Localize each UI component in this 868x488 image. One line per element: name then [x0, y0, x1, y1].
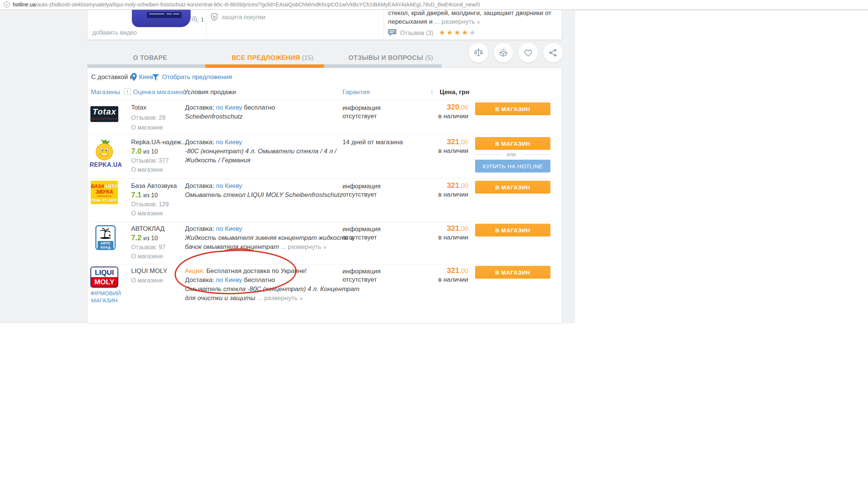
store-name[interactable]: Totax: [131, 104, 147, 111]
about-store-link[interactable]: О магазине: [131, 166, 163, 173]
price-block: 320,00 в наличии: [393, 103, 468, 120]
stock-status: в наличии: [393, 234, 468, 241]
to-shop-button[interactable]: В МАГАЗИН: [475, 137, 550, 150]
product-photo[interactable]: [132, 10, 191, 27]
url-host: hotline.ua: [13, 2, 36, 8]
bonus-box-button[interactable]: [494, 43, 513, 63]
store-reviews-count: Отзывов: 29: [131, 114, 165, 121]
price-integer: 321: [447, 266, 459, 274]
favorite-button[interactable]: [518, 43, 538, 63]
divider: [90, 178, 556, 179]
offer-product-title: Жидкость омывателя зимняя концентрат жид…: [185, 234, 354, 242]
price-block: 321,00 в наличии: [393, 266, 468, 284]
about-store-link[interactable]: О магазине: [131, 253, 163, 260]
divider: [524, 154, 550, 155]
stock-status: в наличии: [393, 191, 468, 198]
tab-reviews-count: (5): [425, 54, 433, 61]
offer-product-title-2: Жидкость / Германия: [185, 157, 251, 164]
photo-zoom-icon[interactable]: [191, 16, 199, 23]
divider: [90, 264, 556, 264]
delivery-city-link[interactable]: Киев: [139, 73, 153, 81]
store-logo-baza-avtozvuka[interactable]: БАЗААВТО ЗВУКА avtozvuk.ua Нам 15 лет!: [91, 181, 118, 204]
price-block: 321,00 в наличии: [393, 224, 468, 241]
tab-active-indicator: [205, 64, 324, 68]
page-info-icon[interactable]: i: [4, 2, 10, 8]
chevron-down-icon: ∨: [477, 19, 481, 25]
product-description-line1: стекол, край дверей, молдинги, защищает …: [388, 10, 559, 17]
about-store-link[interactable]: О магазине: [131, 277, 163, 284]
purchase-protection-label[interactable]: защита покупки: [222, 14, 265, 21]
star-rating: ★★★★★: [439, 28, 477, 37]
store-logo-liqui-moly[interactable]: LIQUI MOLY: [90, 267, 118, 288]
delivery-city-link[interactable]: по Киеву: [216, 139, 242, 146]
svg-text:h: h: [213, 15, 216, 19]
store-reviews-count: Отзывов: 97: [131, 244, 165, 251]
sort-arrow-icon[interactable]: ↓: [430, 88, 434, 96]
tab-all-offers[interactable]: ВСЕ ПРЕДЛОЖЕНИЯ (15): [232, 54, 313, 62]
price-integer: 321: [447, 224, 459, 232]
product-photo-label: [147, 12, 182, 18]
header-price[interactable]: Цена, грн: [440, 88, 469, 96]
store-logo-repka[interactable]: [93, 139, 116, 163]
delivery-city-link[interactable]: по Киеву: [216, 225, 242, 232]
store-name[interactable]: LIQUI MOLY: [131, 267, 167, 275]
share-button[interactable]: [543, 43, 563, 63]
location-pin-icon: [131, 73, 137, 81]
filter-funnel-icon: [152, 74, 159, 81]
divider: [90, 134, 556, 135]
warranty-info: информацияотсутствует: [342, 267, 381, 284]
chevron-down-icon: ∨: [323, 244, 327, 250]
tab-about-product[interactable]: О ТОВАРЕ: [133, 54, 167, 62]
star-icon: ★: [446, 29, 454, 37]
to-shop-button[interactable]: В МАГАЗИН: [475, 102, 550, 115]
scales-icon: [474, 48, 483, 58]
photo-count: 1: [201, 16, 204, 23]
ellipsis: ...: [434, 18, 440, 25]
address-url[interactable]: hotline.ua/auto-zhidkosti-stekloomyvatel…: [13, 2, 480, 8]
about-store-link[interactable]: О магазине: [131, 210, 163, 217]
add-video-link[interactable]: добавить видео: [92, 29, 137, 36]
divider: [90, 100, 556, 101]
browser-url-bar[interactable]: i hotline.ua/auto-zhidkosti-stekloomyvat…: [0, 0, 868, 10]
description-expand-link[interactable]: развернуть: [442, 18, 475, 25]
price-integer: 321: [447, 137, 459, 146]
price-decimal: ,00: [459, 139, 468, 146]
store-name[interactable]: База Автозвука: [131, 182, 177, 190]
header-store-rating[interactable]: Оценка магазина: [133, 88, 184, 96]
compare-button[interactable]: [469, 43, 488, 63]
divider: [384, 10, 384, 40]
select-offers-link[interactable]: Отобрать предложения: [162, 73, 232, 81]
offers-table-card: С доставкой в: Киев Отобрать предложения…: [87, 68, 562, 323]
reviews-count-link[interactable]: Отзывов (3): [400, 30, 433, 37]
store-logo-caption: ФІРМОВИЙ МАГАЗИН: [90, 290, 118, 304]
header-stores[interactable]: Магазины: [91, 88, 120, 96]
delivery-filter-label: С доставкой в:: [91, 73, 135, 81]
store-logo-totax[interactable]: Totax АВТОЗАПЧАСТИ: [90, 106, 118, 122]
store-logo-avtoklad[interactable]: АВТОКЛАД: [95, 225, 116, 250]
gift-box-icon: [498, 48, 508, 58]
header-warranty[interactable]: Гарантия: [342, 88, 370, 96]
star-icon: ★: [462, 29, 469, 37]
store-name[interactable]: Repka.UA-надеж...: [131, 139, 186, 146]
price-decimal: ,00: [459, 225, 468, 232]
delivery-city-link[interactable]: по Киеву: [216, 182, 242, 189]
store-rating: 7.1 из 10: [131, 191, 158, 199]
store-rating: 7.0 из 10: [131, 147, 158, 156]
price-decimal: ,00: [459, 182, 468, 189]
to-shop-button[interactable]: В МАГАЗИН: [475, 266, 550, 279]
divider: [206, 10, 206, 40]
divider: [90, 221, 556, 222]
store-logo-repka-text[interactable]: REPKA.UA: [90, 162, 119, 168]
stock-status: в наличии: [393, 147, 468, 155]
tab-reviews-questions[interactable]: ОТЗЫВЫ И ВОПРОСЫ (5): [348, 54, 433, 62]
delivery-city-link[interactable]: по Киеву: [216, 104, 242, 111]
repka-character-icon: [93, 139, 116, 161]
to-shop-button[interactable]: В МАГАЗИН: [475, 181, 550, 194]
about-store-link[interactable]: О магазине: [131, 124, 163, 131]
or-label: или: [507, 151, 516, 157]
stores-info-icon[interactable]: i: [124, 88, 131, 95]
buy-on-hotline-button[interactable]: КУПИТЬ НА HOTLINE: [475, 160, 550, 172]
to-shop-button[interactable]: В МАГАЗИН: [475, 224, 550, 236]
store-name[interactable]: АВТОКЛАД: [131, 225, 165, 233]
purchase-protection-shield-icon: h: [210, 12, 219, 22]
